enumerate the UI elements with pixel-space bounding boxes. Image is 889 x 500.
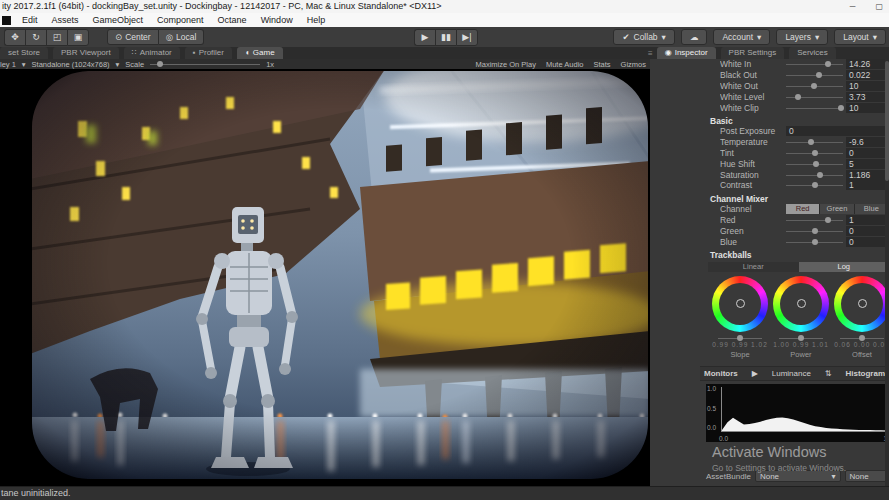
minimize-icon[interactable]: ─ (850, 0, 856, 13)
mixer-blue-value[interactable]: 0 (846, 237, 889, 247)
layout-button[interactable]: Layout ▾ (834, 29, 886, 45)
tab-animator[interactable]: ∷ Animator (124, 47, 180, 59)
menu-gameobject[interactable]: GameObject (86, 15, 151, 25)
menu-assets[interactable]: Assets (45, 15, 86, 25)
white-level-knob[interactable] (795, 94, 801, 100)
inspector-scrollbar-thumb[interactable] (885, 61, 889, 181)
slope-slider[interactable] (718, 335, 762, 341)
monitors-play-icon[interactable]: ▶ (752, 369, 758, 378)
tint-slider[interactable] (786, 148, 843, 158)
white-out-knob[interactable] (811, 83, 817, 89)
rect-tool-icon[interactable]: ▣ (67, 29, 89, 46)
contrast-value[interactable]: 1 (846, 180, 889, 190)
mixer-red-knob[interactable] (825, 217, 831, 223)
scale-slider-knob[interactable] (157, 61, 163, 67)
tint-knob[interactable] (812, 150, 818, 156)
white-level-value[interactable]: 3.73 (846, 92, 889, 102)
maximize-icon[interactable]: ▢ (875, 0, 883, 13)
white-in-slider[interactable] (786, 59, 843, 69)
offset-wheel-cursor[interactable] (858, 299, 867, 308)
tab-pbr-viewport[interactable]: PBR Viewport (53, 47, 119, 59)
tint-value[interactable]: 0 (846, 148, 889, 158)
black-out-value[interactable]: 0.022 (846, 70, 889, 80)
display-dropdown[interactable]: ley 1 (0, 60, 16, 69)
menu-octane[interactable]: Octane (211, 15, 254, 25)
assetbundle-dropdown[interactable]: None ▾ (755, 470, 841, 482)
mixer-blue-slider[interactable] (786, 237, 843, 247)
saturation-value[interactable]: 1.186 (846, 170, 889, 180)
tab-game[interactable]: ◖ Game (237, 47, 283, 59)
tab-asset-store[interactable]: set Store (0, 47, 48, 59)
slope-color-wheel[interactable] (712, 276, 768, 332)
saturation-knob[interactable] (817, 172, 823, 178)
temperature-value[interactable]: -9.6 (846, 137, 889, 147)
white-out-slider[interactable] (786, 81, 843, 91)
contrast-knob[interactable] (812, 182, 818, 188)
channel-blue-button[interactable]: Blue (855, 204, 889, 214)
menu-help[interactable]: Help (300, 15, 333, 25)
white-clip-slider[interactable] (786, 103, 843, 113)
rotate-tool-icon[interactable]: ↻ (25, 29, 46, 46)
space-local-button[interactable]: ◎ Local (159, 29, 205, 45)
white-in-knob[interactable] (825, 61, 831, 67)
offset-knob[interactable] (859, 335, 865, 341)
scale-slider[interactable] (150, 64, 260, 65)
black-out-knob[interactable] (816, 72, 822, 78)
layers-button[interactable]: Layers ▾ (776, 29, 828, 45)
monitors-mode-dropdown[interactable]: Luminance (772, 369, 811, 378)
mixer-blue-knob[interactable] (812, 239, 818, 245)
play-button[interactable]: ▶ (414, 29, 435, 46)
post-exposure-field[interactable]: 0 (786, 126, 889, 136)
move-tool-icon[interactable]: ✥ (4, 29, 25, 46)
mute-audio-toggle[interactable]: Mute Audio (546, 60, 584, 69)
white-in-value[interactable]: 14.26 (846, 59, 889, 69)
white-clip-knob[interactable] (838, 105, 844, 111)
tab-inspector[interactable]: ◉ Inspector (657, 47, 716, 59)
pause-button[interactable]: ▮▮ (435, 29, 456, 46)
power-knob[interactable] (798, 335, 804, 341)
mixer-red-value[interactable]: 1 (846, 215, 889, 225)
menu-component[interactable]: Component (150, 15, 211, 25)
slope-wheel-cursor[interactable] (736, 299, 745, 308)
white-clip-value[interactable]: 10 (846, 103, 889, 113)
power-color-wheel[interactable] (773, 276, 829, 332)
scale-tool-icon[interactable]: ◰ (46, 29, 67, 46)
white-out-value[interactable]: 10 (846, 81, 889, 91)
account-button[interactable]: Account ▾ (713, 29, 770, 45)
trackballs-linear-tab[interactable]: Linear (708, 262, 799, 272)
pivot-center-button[interactable]: ⊙ Center (107, 29, 159, 45)
cloud-button[interactable]: ☁ (681, 29, 708, 45)
inspector-scrollbar[interactable] (885, 59, 889, 486)
channel-red-button[interactable]: Red (786, 204, 820, 214)
saturation-slider[interactable] (786, 170, 843, 180)
menu-window[interactable]: Window (254, 15, 300, 25)
contrast-slider[interactable] (786, 180, 843, 190)
step-button[interactable]: ▶| (456, 29, 478, 46)
mixer-red-slider[interactable] (786, 215, 843, 225)
trackballs-log-tab[interactable]: Log (799, 262, 889, 272)
stats-toggle[interactable]: Stats (593, 60, 610, 69)
mixer-green-knob[interactable] (812, 228, 818, 234)
menu-edit[interactable]: Edit (15, 15, 45, 25)
white-level-slider[interactable] (786, 92, 843, 102)
gizmos-dropdown[interactable]: Gizmos (621, 60, 646, 69)
mixer-green-value[interactable]: 0 (846, 226, 889, 236)
collab-button[interactable]: ✔ Collab ▾ (613, 29, 675, 45)
hue-shift-slider[interactable] (786, 159, 843, 169)
black-out-slider[interactable] (786, 70, 843, 80)
slope-knob[interactable] (737, 335, 743, 341)
tab-profiler[interactable]: ▪ Profiler (185, 47, 232, 59)
channel-green-button[interactable]: Green (820, 204, 854, 214)
panel-menu-icon[interactable]: ≡ (648, 49, 653, 58)
hue-shift-knob[interactable] (813, 161, 819, 167)
resolution-dropdown[interactable]: Standalone (1024x768) (32, 60, 110, 69)
mixer-green-slider[interactable] (786, 226, 843, 236)
offset-slider[interactable] (840, 335, 884, 341)
tab-pbr-settings[interactable]: PBR Settings (721, 47, 785, 59)
monitors-type-dropdown[interactable]: Histogram (845, 369, 885, 378)
maximize-on-play-toggle[interactable]: Maximize On Play (476, 60, 536, 69)
power-slider[interactable] (779, 335, 823, 341)
hue-shift-value[interactable]: 5 (846, 159, 889, 169)
temperature-slider[interactable] (786, 137, 843, 147)
assetbundle-variant-dropdown[interactable]: None (845, 470, 889, 482)
